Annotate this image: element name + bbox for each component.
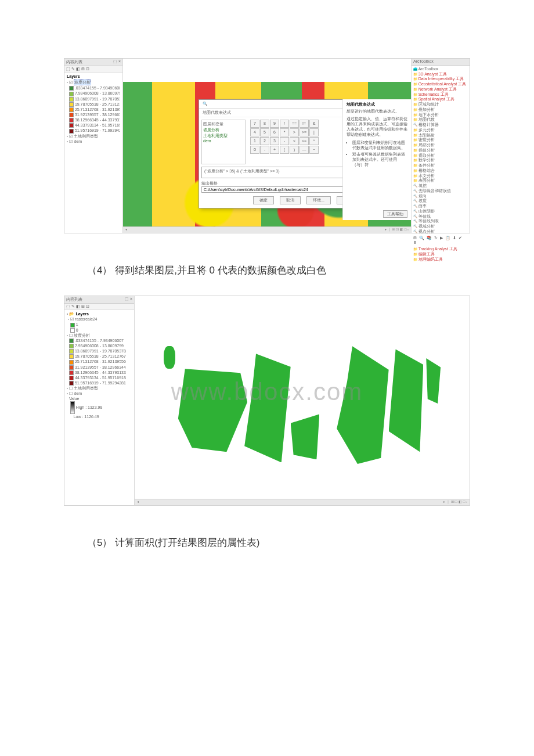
toolbox-item[interactable]: 区域和统计 bbox=[413, 102, 468, 107]
toolbox-item[interactable]: 编辑工具 bbox=[413, 252, 468, 257]
calc-key[interactable]: ^ bbox=[309, 137, 319, 145]
slope-layer-2[interactable]: ▫ ☐ 坡度分析 bbox=[67, 333, 132, 338]
legend-class: 38.12966345 - 44.33793133 bbox=[67, 370, 132, 375]
calc-key[interactable]: / bbox=[280, 120, 289, 128]
toolbox-item[interactable]: 等值线 bbox=[413, 214, 468, 219]
calc-key[interactable]: . bbox=[260, 146, 269, 154]
landuse-layer[interactable]: ▫ ☑ 土地利用类型 bbox=[67, 134, 120, 139]
calc-key[interactable]: ) bbox=[290, 146, 299, 154]
toc-pin-icons[interactable]: ⬚ × bbox=[113, 59, 121, 65]
toolbox-item[interactable]: 视域分析 bbox=[413, 224, 468, 229]
toolbox-item[interactable]: 提取分析 bbox=[413, 153, 468, 159]
environments-button[interactable]: 环境... bbox=[306, 196, 331, 204]
calc-key[interactable]: 2 bbox=[260, 137, 269, 145]
calc-key[interactable]: > bbox=[290, 128, 299, 136]
calc-key[interactable]: ( bbox=[280, 146, 289, 154]
toolbox-item[interactable]: 多元分析 bbox=[413, 128, 468, 133]
toolbox-item[interactable]: 3D Analyst 工具 bbox=[413, 72, 468, 77]
calc-key[interactable]: + bbox=[270, 146, 279, 154]
toolbox-item[interactable]: 填挖 bbox=[413, 183, 468, 189]
result-value-0: 0 bbox=[67, 327, 132, 333]
scroll-left-2[interactable]: ◂ bbox=[137, 499, 139, 505]
calc-key[interactable]: == bbox=[290, 120, 299, 128]
calc-key[interactable]: 1 bbox=[250, 137, 259, 145]
layers-root[interactable]: Layers bbox=[67, 74, 120, 79]
toolbox-item[interactable]: 叠加分析 bbox=[413, 107, 468, 113]
legend-class: .033474155 - 7.934906007 bbox=[67, 85, 120, 91]
calc-key[interactable]: 4 bbox=[250, 128, 259, 136]
calc-key[interactable]: 9 bbox=[270, 120, 279, 128]
ok-button[interactable]: 确定 bbox=[253, 196, 274, 204]
toolbox-item[interactable]: ArcToolbox bbox=[413, 67, 468, 72]
toolbox-item[interactable]: 栅格计算器 bbox=[413, 123, 468, 128]
toolbox-item[interactable]: 地理编码工具 bbox=[413, 257, 468, 262]
calc-key[interactable]: >= bbox=[300, 128, 309, 136]
calc-key[interactable]: - bbox=[280, 137, 289, 145]
toolbox-item[interactable]: 太阳辐射 bbox=[413, 133, 468, 138]
toolbox-item[interactable]: Geostatistical Analyst 工具 bbox=[413, 82, 468, 87]
calc-key[interactable]: * bbox=[280, 128, 289, 136]
toolbox-item[interactable]: 表面分析 bbox=[413, 178, 468, 183]
toolbox-item[interactable]: 坡度 bbox=[413, 199, 468, 204]
legend-class: 7.934906008 - 13.8609799 bbox=[67, 91, 120, 96]
toolbox-item[interactable]: 曲率 bbox=[413, 204, 468, 209]
calc-key[interactable]: ~ bbox=[309, 146, 319, 154]
toolbox-item[interactable]: Data Interoperability 工具 bbox=[413, 77, 468, 82]
cancel-button[interactable]: 取消 bbox=[280, 196, 301, 204]
landuse-layer-2[interactable]: ▫ ☐ 土地利用类型 bbox=[67, 386, 132, 391]
calc-key[interactable]: & bbox=[309, 120, 319, 128]
toolbox-item[interactable]: 水文分析 bbox=[413, 174, 468, 179]
calc-key[interactable]: 3 bbox=[270, 137, 279, 145]
toolbox-item[interactable]: 等值线列表 bbox=[413, 219, 468, 224]
arctoolbox-title: ArcToolbox bbox=[412, 59, 470, 66]
toolbox-item[interactable]: Tracking Analyst 工具 bbox=[413, 247, 468, 252]
toolbox-item[interactable]: 地下水分析 bbox=[413, 113, 468, 118]
toolbox-item[interactable]: 密度分析 bbox=[413, 138, 468, 143]
calc-key[interactable]: — bbox=[300, 146, 309, 154]
toolbox-item[interactable]: Schematics 工具 bbox=[413, 92, 468, 98]
scroll-left[interactable]: ◂ bbox=[125, 227, 127, 233]
tool-help-button[interactable]: 工具帮助 bbox=[383, 210, 407, 218]
toc-title: 内容列表 ⬚ × bbox=[64, 59, 122, 66]
dem-layer-2[interactable]: ▫ ☐ dem bbox=[67, 391, 132, 396]
toolbox-item[interactable]: Network Analyst 工具 bbox=[413, 87, 468, 92]
calc-key[interactable]: < bbox=[290, 137, 299, 145]
calc-key[interactable]: 5 bbox=[260, 128, 269, 136]
calc-key[interactable]: != bbox=[300, 120, 309, 128]
toolbox-item[interactable]: 插值分析 bbox=[413, 148, 468, 153]
legend-class: 38.12966345 - 44.33793133 bbox=[67, 117, 120, 123]
toolbox-item[interactable]: 地图代数 bbox=[413, 117, 468, 123]
toolbox-item[interactable]: 坡向 bbox=[413, 194, 468, 199]
toolbox-icon-row[interactable]: ⊞ 🔍 📚 ↻ ▶ 📋 ⬇ ✔ ⬆ bbox=[413, 236, 468, 246]
calc-key[interactable]: 8 bbox=[260, 120, 269, 128]
toolbox-item[interactable]: 局部分析 bbox=[413, 143, 468, 148]
toolbox-item[interactable]: 视点分析 bbox=[413, 229, 468, 235]
toolbox-item[interactable]: 数学分析 bbox=[413, 158, 468, 163]
view-controls[interactable]: ▸ ｜ ⊞ ⊡ ◧ □ ‹ bbox=[385, 227, 409, 233]
toc2-pin-icons[interactable]: ⬚ × bbox=[125, 297, 132, 303]
toolbox-item[interactable]: Spatial Analyst 工具 bbox=[413, 97, 468, 102]
table-of-contents: 内容列表 ⬚ × ⬚ ✎ ◧ ⊞ ⊡ Layers ▫ ☑ 坡度分析 .0334… bbox=[64, 59, 123, 233]
toolbox-item[interactable]: 山体阴影 bbox=[413, 209, 468, 214]
result-layer[interactable]: ▫ ☑ rastercalc24 bbox=[67, 316, 132, 322]
toolbox-item[interactable]: 去除噪音和错误值 bbox=[413, 189, 468, 194]
dem-layer[interactable]: ▫ ☑ dem bbox=[67, 139, 120, 144]
calc-key[interactable]: <= bbox=[300, 137, 309, 145]
calc-key[interactable]: 0 bbox=[250, 146, 259, 154]
toolbox-item[interactable]: 条件分析 bbox=[413, 163, 468, 168]
layers-root-2[interactable]: ▫ 📂 Layers bbox=[67, 311, 132, 316]
legend-class: 51.95716919 - 71.99294281 bbox=[67, 380, 132, 386]
toolbox-item[interactable]: 栅格综合 bbox=[413, 168, 468, 174]
map-canvas[interactable]: 🔍 — ☐ × 地图代数表达式 图层和变量 坡度分析 土地利用类型 dem 78… bbox=[123, 59, 411, 233]
calc-key[interactable]: | bbox=[309, 128, 319, 136]
view-controls-2[interactable]: ▸ ｜ ⊞ ⊡ ◧ □ ‹ bbox=[443, 499, 467, 505]
map-canvas-2[interactable]: ◂ ▸ ｜ ⊞ ⊡ ◧ □ ‹ bbox=[135, 296, 470, 505]
arctoolbox-panel: ArcToolbox ArcToolbox3D Analyst 工具Data I… bbox=[411, 59, 470, 233]
legend-class: 25.71312768 - 31.92139556 bbox=[67, 359, 132, 364]
layers-listbox[interactable]: 图层和变量 坡度分析 土地利用类型 dem bbox=[201, 120, 246, 164]
calc-key[interactable]: 6 bbox=[270, 128, 279, 136]
toc-toolbar[interactable]: ⬚ ✎ ◧ ⊞ ⊡ bbox=[64, 66, 122, 73]
calc-key[interactable]: 7 bbox=[250, 120, 259, 128]
slope-layer[interactable]: ▫ ☑ 坡度分析 bbox=[67, 79, 120, 85]
toc2-toolbar[interactable]: ⬚ ✎ ◧ ⊞ ⊡ bbox=[64, 304, 134, 310]
